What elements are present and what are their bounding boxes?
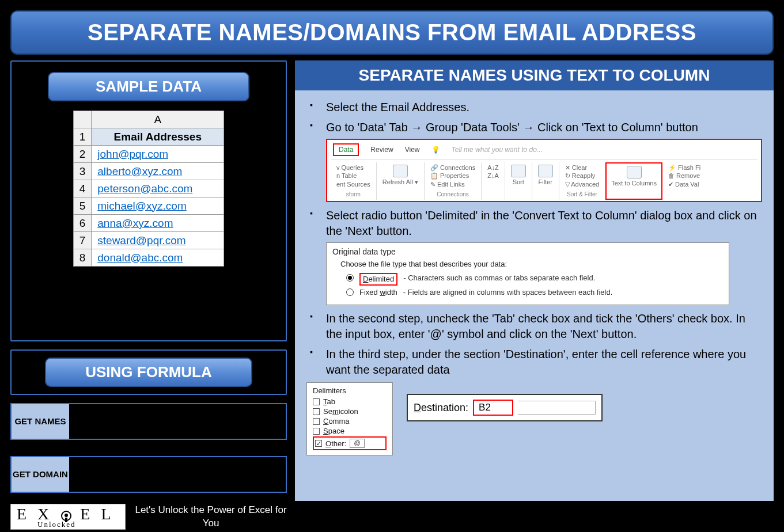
page-title: SEPARATE NAMES/DOMAINS FROM EMAIL ADDRES…	[10, 10, 774, 55]
ribbon-item-label: Sort	[511, 178, 526, 185]
ribbon-item[interactable]: ↻ Reapply	[565, 172, 599, 180]
step-4: In the second step, uncheck the 'Tab' ch…	[306, 311, 762, 342]
ribbon-item[interactable]: ✎ Edit Links	[430, 180, 475, 188]
ribbon-item-label: Text to Columns	[611, 180, 657, 187]
destination-input[interactable]: B2	[473, 400, 513, 416]
delimited-radio[interactable]	[346, 274, 354, 282]
arrow-icon: →	[411, 120, 422, 135]
row-header: 6	[73, 215, 92, 232]
delim-other-input[interactable]: @	[350, 439, 365, 448]
ribbon-item[interactable]: n Table	[336, 172, 370, 180]
email-cell: steward@pqr.com	[92, 232, 224, 249]
fixed-width-radio[interactable]	[346, 288, 354, 296]
ribbon-group-label: Connections	[430, 191, 475, 199]
email-link[interactable]: donald@abc.com	[97, 252, 183, 264]
footer: E X E L Unlocked Let's Unlock the Power …	[10, 504, 291, 530]
row-header: 2	[73, 146, 92, 163]
delim-space[interactable]: Space	[313, 427, 387, 435]
left-column: SAMPLE DATA A 1 Email Addresses 2john@pq…	[10, 60, 287, 501]
ribbon-item[interactable]: 🔗 Connections	[430, 164, 475, 172]
delim-other-label: Other:	[325, 439, 346, 448]
email-link[interactable]: john@pqr.com	[97, 148, 168, 160]
ribbon-item-label: Refresh All ▾	[382, 178, 418, 185]
ribbon-item[interactable]: 📋 Properties	[430, 172, 475, 180]
get-domain-body	[69, 457, 286, 492]
ribbon-group-connections: 🔗 Connections 📋 Properties ✎ Edit Links …	[425, 162, 482, 199]
ribbon-item[interactable]: 🗑 Remove	[668, 172, 700, 180]
ribbon-item[interactable]: ✔ Data Val	[668, 180, 700, 188]
ribbon-item[interactable]: ✕ Clear	[565, 164, 599, 172]
step-2a: Go to 'Data' Tab	[326, 121, 411, 134]
step-1: Select the Email Addresses.	[306, 100, 762, 115]
sample-data-table: A 1 Email Addresses 2john@pqr.com 3alber…	[73, 111, 225, 267]
right-title: SEPARATE NAMES USING TEXT TO COLUMN	[295, 60, 774, 90]
ribbon-filter-button[interactable]: Filter	[532, 162, 559, 199]
using-formula-panel: USING FORMULA	[10, 349, 287, 395]
email-link[interactable]: peterson@abc.com	[97, 183, 192, 195]
email-cell: michael@xyz.com	[92, 197, 224, 215]
delimiters-title: Delimiters	[313, 386, 387, 395]
column-header-a: A	[92, 111, 224, 128]
ribbon-item[interactable]: v Queries	[336, 164, 370, 172]
delim-semicolon[interactable]: Semicolon	[313, 407, 387, 416]
sort-desc-button[interactable]: Z↓A	[487, 172, 499, 180]
ribbon-group-label: Sort & Filter	[565, 191, 599, 199]
delimiters-dialog: Delimiters Tab Semicolon Comma Space Oth…	[306, 382, 393, 455]
text-to-columns-icon	[627, 166, 642, 178]
ribbon-item[interactable]: ⚡ Flash Fi	[668, 164, 700, 172]
ribbon-group-refresh[interactable]: Refresh All ▾	[377, 162, 425, 199]
delimited-desc: - Characters such as commas or tabs sepa…	[403, 273, 595, 283]
ribbon-group-sort: A↓Z Z↓A	[482, 162, 505, 199]
text-to-columns-button[interactable]: Text to Columns	[605, 162, 662, 199]
email-cell: peterson@abc.com	[92, 180, 224, 197]
email-link[interactable]: steward@pqr.com	[97, 234, 185, 246]
ribbon-group-datatools: ⚡ Flash Fi 🗑 Remove ✔ Data Val	[662, 162, 706, 199]
row-header: 8	[73, 249, 92, 267]
delim-tab[interactable]: Tab	[313, 397, 387, 406]
dialog-subtitle: Choose the file type that best describes…	[340, 259, 723, 269]
ribbon-tab-review[interactable]: Review	[370, 145, 393, 154]
row-header: 4	[73, 180, 92, 197]
step-3: Select radio button 'Delimited' in the '…	[306, 208, 762, 306]
table-corner	[73, 111, 92, 128]
excel-ribbon: Data Review View 💡 Tell me what you want…	[326, 139, 762, 202]
sort-asc-button[interactable]: A↓Z	[487, 164, 499, 172]
email-link[interactable]: anna@xyz.com	[97, 217, 173, 229]
tagline: Let's Unlock the Power of Excel for You	[130, 504, 291, 529]
step-3-text: Select radio button 'Delimited' in the '…	[326, 209, 757, 237]
ribbon-tab-data[interactable]: Data	[333, 143, 359, 156]
email-link[interactable]: michael@xyz.com	[97, 200, 186, 212]
sort-icon	[511, 165, 526, 177]
arrow-icon: →	[522, 120, 534, 135]
get-names-body	[69, 404, 286, 439]
row-header: 1	[73, 128, 92, 146]
ribbon-group-filter-opts: ✕ Clear ↻ Reapply ▽ Advanced Sort & Filt…	[559, 162, 605, 199]
get-domain-row: GET DOMAIN	[10, 456, 287, 493]
step-5: In the third step, under the section 'De…	[306, 347, 762, 378]
delim-other-checkbox[interactable]	[315, 440, 322, 447]
sample-data-panel: SAMPLE DATA A 1 Email Addresses 2john@pq…	[10, 60, 287, 341]
delimited-label: Delimited	[359, 273, 397, 286]
ribbon-tab-view[interactable]: View	[405, 145, 420, 154]
delim-comma[interactable]: Comma	[313, 417, 387, 425]
email-link[interactable]: alberto@xyz.com	[97, 165, 182, 177]
lightbulb-icon: 💡	[431, 145, 440, 154]
fixed-width-label: Fixed width	[359, 287, 397, 298]
sample-data-title: SAMPLE DATA	[48, 72, 249, 101]
refresh-icon	[393, 165, 408, 177]
dialog-title: Original data type	[332, 246, 723, 257]
ribbon-group-label: sform	[336, 191, 370, 199]
ribbon-item[interactable]: ▽ Advanced	[565, 180, 599, 188]
get-names-label: GET NAMES	[12, 404, 69, 439]
tell-me-search[interactable]: Tell me what you want to do...	[452, 145, 543, 154]
using-formula-title: USING FORMULA	[45, 358, 252, 387]
destination-field-rest[interactable]	[518, 401, 596, 415]
email-cell: alberto@xyz.com	[92, 163, 224, 180]
email-cell: donald@abc.com	[92, 249, 224, 267]
destination-box: Destination: B2	[407, 394, 603, 421]
ribbon-sort-button[interactable]: Sort	[505, 162, 532, 199]
original-data-type-dialog: Original data type Choose the file type …	[326, 242, 729, 306]
step-2: Go to 'Data' Tab → Group 'Data Tools' → …	[306, 120, 762, 202]
destination-label: Destination:	[414, 402, 468, 414]
ribbon-item[interactable]: ent Sources	[336, 180, 370, 188]
